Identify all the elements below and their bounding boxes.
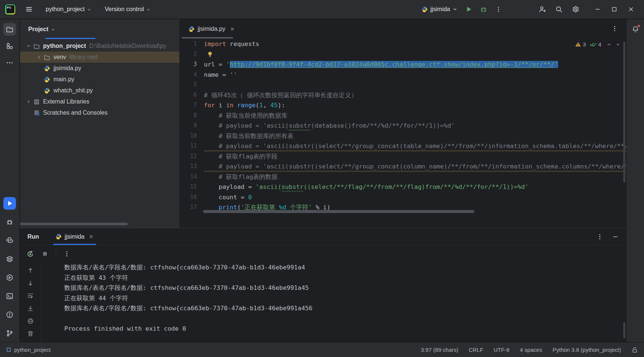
lock-open-icon[interactable]: [631, 347, 638, 353]
python-icon: [44, 88, 53, 94]
run-configuration-selector[interactable]: jjsimida: [419, 4, 460, 14]
maximize-window-button[interactable]: [608, 3, 621, 16]
console-line: [64, 314, 626, 324]
minimize-window-button[interactable]: [591, 3, 604, 16]
kebab-icon: [611, 25, 618, 32]
code-line-text: import requests: [197, 39, 259, 49]
project-horizontal-scrollbar[interactable]: [20, 223, 128, 225]
tree-item-main-py[interactable]: main.py: [20, 74, 179, 85]
code-line-text: # payload = 'ascii(substr(database()from…: [197, 121, 455, 131]
tree-item-python_project[interactable]: python_projectD:\BaiduNetdiskDownload\py: [20, 40, 179, 52]
main-menu-button[interactable]: [23, 3, 35, 16]
bug-icon: [480, 6, 487, 13]
code-line-text: url = 'http://9d1bf0f8-9f4f-4cd2-bd17-a1…: [197, 59, 558, 70]
line-number: 4: [179, 70, 197, 80]
chevron-right-icon[interactable]: [24, 99, 33, 104]
code-editor[interactable]: 1import requests23url = 'http://9d1bf0f8…: [179, 39, 626, 213]
python-packages-icon[interactable]: [3, 271, 16, 284]
project-icon: [6, 347, 12, 353]
more-icon[interactable]: [3, 56, 16, 69]
editor-tab-jjsimida[interactable]: jjsimida.py: [185, 19, 238, 39]
encoding-widget[interactable]: UTF-8: [494, 347, 510, 353]
print-icon[interactable]: [25, 316, 36, 326]
scroll-end-icon[interactable]: [25, 303, 36, 314]
warning-icon: [575, 41, 581, 48]
code-line: 12 # 获取flag表的字段: [179, 151, 626, 162]
code-line: 7for i in range(1, 45):: [179, 100, 626, 111]
line-separator-widget[interactable]: CRLF: [469, 347, 483, 353]
tree-item-whatch-shit-py[interactable]: whatch_shit.py: [20, 85, 179, 96]
terminal-icon[interactable]: [3, 290, 16, 302]
more-run-actions-button[interactable]: [492, 3, 505, 16]
prev-problem-icon[interactable]: [607, 42, 611, 47]
debug-icon[interactable]: [3, 216, 16, 228]
close-window-button[interactable]: [625, 3, 637, 16]
run-button[interactable]: [462, 3, 475, 16]
tree-item-jjsimida-py[interactable]: jjsimida.py: [20, 63, 179, 74]
editor-options-button[interactable]: [611, 25, 618, 32]
close-icon: [628, 6, 634, 13]
line-number: 15: [179, 182, 197, 192]
run-panel-options-button[interactable]: [596, 233, 603, 240]
soft-wrap-icon[interactable]: [25, 291, 36, 301]
tree-item-venv[interactable]: venvlibrary root: [20, 52, 179, 63]
next-problem-icon[interactable]: [616, 42, 620, 47]
chevron-down-icon: [146, 7, 151, 12]
chevron-down-icon[interactable]: [24, 44, 33, 48]
tree-item-scratches-and-consoles[interactable]: Scratches and Consoles: [20, 107, 179, 118]
code-line-text: # payload = 'ascii(substr((select/**/gro…: [197, 161, 626, 172]
services-icon[interactable]: [3, 253, 16, 265]
clear-icon[interactable]: [25, 328, 36, 339]
console-action-bar: [20, 262, 41, 342]
version-control-icon[interactable]: [3, 327, 16, 340]
tree-item-label: main.py: [53, 76, 74, 83]
notifications-icon[interactable]: [629, 23, 642, 36]
code-line-text: # 循环45次（ 循环次数按照返回的字符串长度自定义）: [197, 90, 357, 101]
chevron-right-icon[interactable]: [34, 55, 44, 59]
run-toolbar: [20, 245, 626, 262]
vcs-widget[interactable]: Version control: [102, 4, 154, 15]
line-number: 14: [179, 172, 197, 182]
kebab-icon[interactable]: [61, 248, 73, 260]
search-everywhere-button[interactable]: [553, 3, 565, 16]
interpreter-widget[interactable]: Python 3.8 (python_project): [553, 347, 621, 353]
hide-panel-button[interactable]: [612, 233, 619, 240]
project-panel-header[interactable]: Project: [20, 19, 179, 39]
tree-item-hint: D:\BaiduNetdiskDownload\py: [90, 43, 166, 49]
up-icon[interactable]: [25, 265, 36, 276]
scratches-icon: [33, 110, 43, 116]
tree-item-external-libraries[interactable]: External Libraries: [20, 96, 179, 107]
debug-button[interactable]: [477, 3, 490, 16]
close-tab-icon[interactable]: [230, 27, 235, 32]
line-number: 8: [179, 111, 197, 121]
caret-position-widget[interactable]: 3:97 (89 chars): [421, 347, 458, 353]
problems-icon[interactable]: [3, 308, 16, 321]
title-bar: PC python_project Version control jjsimi…: [0, 0, 644, 19]
console-vertical-scrollbar[interactable]: [623, 322, 625, 338]
run-tab-jjsimida[interactable]: jjsimida: [54, 228, 95, 245]
inspection-widget[interactable]: 3 4: [573, 40, 622, 48]
run-console-output[interactable]: 数据库名/表名/字段名/数据: ctfshow{cca663eb-7370-47…: [41, 262, 626, 342]
rerun-icon[interactable]: [24, 248, 36, 260]
structure-icon[interactable]: [3, 40, 16, 52]
python-console-icon[interactable]: [3, 234, 16, 247]
run-icon[interactable]: [3, 197, 16, 210]
chevron-down-icon: [51, 27, 55, 32]
editor-horizontal-scrollbar[interactable]: [203, 210, 474, 213]
project-tree: python_projectD:\BaiduNetdiskDownload\py…: [20, 39, 179, 118]
right-tool-stripe: [626, 19, 644, 342]
project-widget[interactable]: python_project: [43, 4, 94, 15]
editor-vertical-scrollbar[interactable]: [623, 42, 625, 183]
settings-button[interactable]: [569, 3, 582, 16]
indent-widget[interactable]: 4 spaces: [520, 347, 542, 353]
intention-bulb-icon[interactable]: [207, 51, 213, 58]
project-folder-icon[interactable]: [3, 23, 16, 36]
stop-icon[interactable]: [39, 248, 51, 260]
close-tab-icon[interactable]: [89, 234, 94, 239]
tree-item-label: External Libraries: [43, 98, 90, 105]
python-file-icon: [188, 26, 195, 32]
line-number: 10: [179, 131, 197, 141]
toolbar-divider: [56, 250, 56, 258]
code-with-me-button[interactable]: [536, 3, 549, 16]
down-icon[interactable]: [25, 278, 36, 288]
